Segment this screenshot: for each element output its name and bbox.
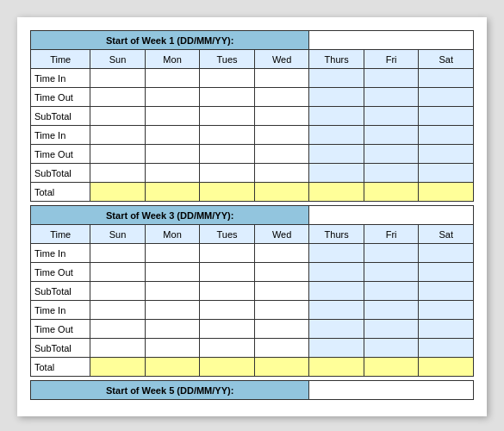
cell[interactable] bbox=[254, 126, 309, 145]
cell[interactable] bbox=[364, 88, 419, 107]
cell[interactable] bbox=[364, 244, 419, 263]
cell[interactable] bbox=[254, 69, 309, 88]
cell[interactable] bbox=[254, 107, 309, 126]
cell[interactable] bbox=[254, 339, 309, 358]
cell[interactable] bbox=[309, 320, 364, 339]
cell[interactable] bbox=[90, 263, 146, 282]
total-cell[interactable] bbox=[309, 183, 364, 202]
table-row: SubTotal bbox=[31, 339, 474, 358]
cell[interactable] bbox=[364, 301, 419, 320]
cell[interactable] bbox=[309, 164, 364, 183]
cell[interactable] bbox=[90, 282, 146, 301]
cell[interactable] bbox=[419, 145, 474, 164]
cell[interactable] bbox=[254, 263, 309, 282]
cell[interactable] bbox=[309, 107, 364, 126]
cell[interactable] bbox=[200, 88, 255, 107]
cell[interactable] bbox=[145, 320, 200, 339]
cell[interactable] bbox=[309, 263, 364, 282]
total-cell[interactable] bbox=[90, 183, 146, 202]
cell[interactable] bbox=[364, 164, 419, 183]
cell[interactable] bbox=[364, 320, 419, 339]
cell[interactable] bbox=[419, 244, 474, 263]
cell[interactable] bbox=[145, 164, 200, 183]
cell[interactable] bbox=[419, 164, 474, 183]
total-cell[interactable] bbox=[254, 183, 309, 202]
cell[interactable] bbox=[254, 145, 309, 164]
cell[interactable] bbox=[145, 126, 200, 145]
cell[interactable] bbox=[419, 282, 474, 301]
cell[interactable] bbox=[200, 263, 255, 282]
cell[interactable] bbox=[90, 339, 146, 358]
cell[interactable] bbox=[364, 145, 419, 164]
cell[interactable] bbox=[309, 244, 364, 263]
cell[interactable] bbox=[419, 263, 474, 282]
cell[interactable] bbox=[90, 88, 146, 107]
col-time-3: Time bbox=[31, 225, 90, 244]
cell[interactable] bbox=[200, 282, 255, 301]
cell[interactable] bbox=[254, 164, 309, 183]
cell[interactable] bbox=[145, 282, 200, 301]
total-cell[interactable] bbox=[145, 183, 200, 202]
total-cell[interactable] bbox=[90, 358, 146, 377]
total-cell[interactable] bbox=[200, 358, 255, 377]
cell[interactable] bbox=[200, 244, 255, 263]
total-cell[interactable] bbox=[419, 183, 474, 202]
cell[interactable] bbox=[419, 339, 474, 358]
cell[interactable] bbox=[200, 320, 255, 339]
cell[interactable] bbox=[309, 282, 364, 301]
cell[interactable] bbox=[90, 69, 146, 88]
cell[interactable] bbox=[90, 320, 146, 339]
cell[interactable] bbox=[145, 107, 200, 126]
cell[interactable] bbox=[254, 282, 309, 301]
cell[interactable] bbox=[254, 301, 309, 320]
cell[interactable] bbox=[419, 320, 474, 339]
cell[interactable] bbox=[90, 145, 146, 164]
cell[interactable] bbox=[309, 301, 364, 320]
cell[interactable] bbox=[364, 69, 419, 88]
cell[interactable] bbox=[145, 145, 200, 164]
cell[interactable] bbox=[309, 88, 364, 107]
cell[interactable] bbox=[419, 301, 474, 320]
cell[interactable] bbox=[364, 339, 419, 358]
cell[interactable] bbox=[309, 69, 364, 88]
cell[interactable] bbox=[419, 88, 474, 107]
cell[interactable] bbox=[90, 107, 146, 126]
total-cell[interactable] bbox=[364, 183, 419, 202]
cell[interactable] bbox=[254, 244, 309, 263]
cell[interactable] bbox=[200, 107, 255, 126]
cell[interactable] bbox=[90, 244, 146, 263]
total-cell[interactable] bbox=[364, 358, 419, 377]
cell[interactable] bbox=[364, 107, 419, 126]
cell[interactable] bbox=[200, 145, 255, 164]
total-cell[interactable] bbox=[309, 358, 364, 377]
cell[interactable] bbox=[309, 126, 364, 145]
cell[interactable] bbox=[364, 282, 419, 301]
cell[interactable] bbox=[309, 339, 364, 358]
cell[interactable] bbox=[254, 320, 309, 339]
cell[interactable] bbox=[200, 126, 255, 145]
cell[interactable] bbox=[145, 88, 200, 107]
total-cell[interactable] bbox=[419, 358, 474, 377]
cell[interactable] bbox=[200, 339, 255, 358]
cell[interactable] bbox=[419, 69, 474, 88]
cell[interactable] bbox=[419, 107, 474, 126]
cell[interactable] bbox=[90, 301, 146, 320]
cell[interactable] bbox=[200, 301, 255, 320]
cell[interactable] bbox=[419, 126, 474, 145]
cell[interactable] bbox=[309, 145, 364, 164]
cell[interactable] bbox=[200, 164, 255, 183]
cell[interactable] bbox=[145, 263, 200, 282]
cell[interactable] bbox=[145, 244, 200, 263]
cell[interactable] bbox=[145, 339, 200, 358]
cell[interactable] bbox=[364, 263, 419, 282]
cell[interactable] bbox=[145, 301, 200, 320]
cell[interactable] bbox=[364, 126, 419, 145]
total-cell[interactable] bbox=[200, 183, 255, 202]
cell[interactable] bbox=[254, 88, 309, 107]
total-cell[interactable] bbox=[254, 358, 309, 377]
cell[interactable] bbox=[90, 126, 146, 145]
cell[interactable] bbox=[145, 69, 200, 88]
cell[interactable] bbox=[90, 164, 146, 183]
total-cell[interactable] bbox=[145, 358, 200, 377]
cell[interactable] bbox=[200, 69, 255, 88]
